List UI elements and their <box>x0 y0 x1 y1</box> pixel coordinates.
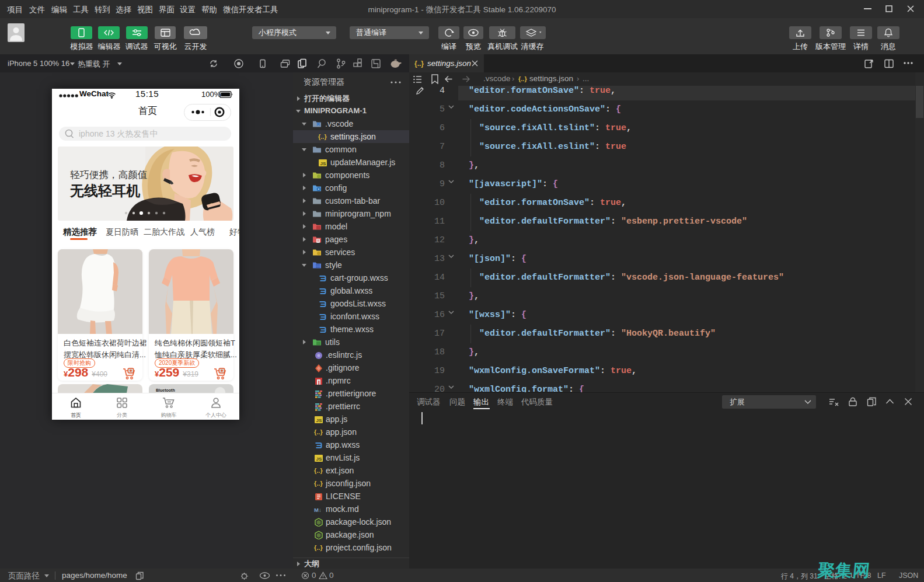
svg-text:M↓: M↓ <box>314 507 322 513</box>
svg-text:{..}: {..} <box>414 60 424 68</box>
svg-text:{..}: {..} <box>314 480 323 487</box>
svg-text:{..}: {..} <box>314 467 323 474</box>
svg-text:JS: JS <box>316 456 322 462</box>
svg-text:JS: JS <box>320 161 326 166</box>
svg-text:JS: JS <box>316 418 322 423</box>
svg-text:{..}: {..} <box>314 428 323 435</box>
svg-text:{..}: {..} <box>314 544 323 551</box>
svg-text:{..}: {..} <box>518 75 527 82</box>
svg-text:Bluetooth: Bluetooth <box>156 388 175 392</box>
svg-text:{..}: {..} <box>318 133 327 140</box>
